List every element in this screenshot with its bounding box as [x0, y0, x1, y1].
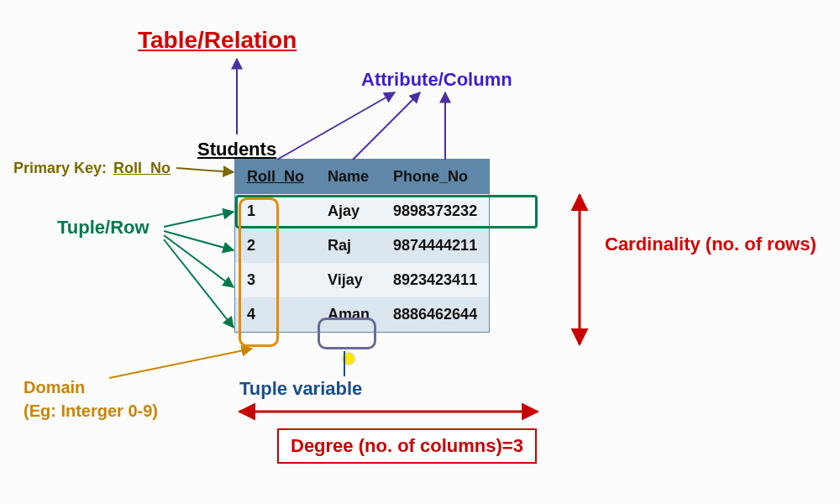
col-name: Name: [316, 160, 381, 194]
cell-name: Raj: [316, 228, 381, 263]
table-row: 4 Aman 8886462644: [235, 297, 489, 332]
label-primary-key-value: Roll_No: [113, 160, 171, 177]
cell-phone: 8923423411: [381, 263, 489, 297]
label-tuple-row: Tuple/Row: [57, 217, 150, 239]
label-domain-example: (Eg: Interger 0-9): [24, 402, 158, 421]
cell-name: Vijay: [316, 263, 381, 297]
label-table-name: Students: [197, 139, 276, 160]
arrow-col1-to-attribute: [277, 92, 395, 160]
cell-phone: 9898373232: [381, 194, 489, 228]
label-attribute-column: Attribute/Column: [361, 69, 512, 91]
label-degree: Degree (no. of columns)=3: [277, 428, 537, 464]
arrow-tuple-to-row4: [164, 239, 234, 328]
cell-roll-no: 4: [235, 297, 316, 332]
table-header-row: Roll_No Name Phone_No: [235, 160, 489, 194]
arrow-tuple-to-row2: [164, 231, 234, 250]
arrow-col2-to-attribute: [353, 92, 420, 160]
cell-roll-no: 2: [235, 228, 316, 263]
title-table-relation: Table/Relation: [138, 27, 297, 54]
arrow-tuple-to-row3: [164, 235, 234, 287]
cell-roll-no: 1: [235, 194, 316, 228]
table-row: 3 Vijay 8923423411: [235, 263, 489, 297]
col-roll-no: Roll_No: [235, 160, 316, 194]
arrow-tuple-to-row1: [164, 212, 234, 227]
pointer-dot-icon: [343, 353, 354, 365]
students-table: Roll_No Name Phone_No 1 Ajay 9898373232 …: [235, 160, 489, 332]
cell-phone: 8886462644: [381, 297, 489, 332]
label-domain: Domain: [24, 378, 85, 397]
col-phone-no: Phone_No: [381, 160, 489, 194]
label-tuple-variable: Tuple variable: [239, 378, 362, 400]
table-row: 2 Raj 9874444211: [235, 228, 489, 263]
label-cardinality: Cardinality (no. of rows): [605, 234, 816, 255]
diagram-root: Table/Relation Attribute/Column Students…: [0, 0, 840, 504]
cell-phone: 9874444211: [381, 228, 489, 263]
cell-roll-no: 3: [235, 263, 316, 297]
table-row: 1 Ajay 9898373232: [235, 194, 489, 228]
arrow-domain-to-column: [109, 349, 252, 378]
arrow-pk-to-header: [176, 168, 234, 172]
cell-name: Aman: [316, 297, 381, 332]
cell-name: Ajay: [316, 194, 381, 228]
label-primary-key: Primary Key:: [13, 160, 107, 177]
